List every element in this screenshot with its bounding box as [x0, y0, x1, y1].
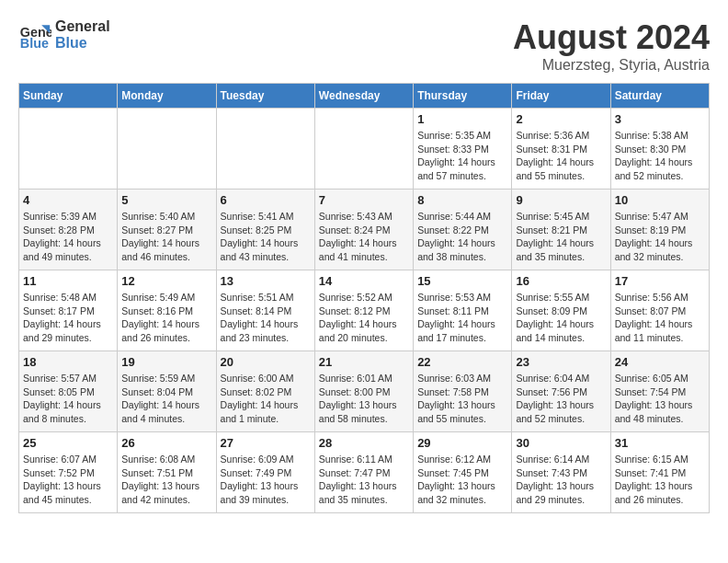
weekday-header-sunday: Sunday [19, 84, 118, 109]
calendar-cell [314, 109, 413, 190]
logo-line1: General [55, 18, 110, 35]
calendar-cell: 4Sunrise: 5:39 AM Sunset: 8:28 PM Daylig… [19, 190, 118, 270]
calendar-cell: 14Sunrise: 5:52 AM Sunset: 8:12 PM Dayli… [314, 270, 413, 351]
calendar-cell: 17Sunrise: 5:56 AM Sunset: 8:07 PM Dayli… [610, 270, 709, 351]
weekday-header-saturday: Saturday [610, 84, 709, 109]
day-info: Sunrise: 5:55 AM Sunset: 8:09 PM Dayligh… [516, 291, 606, 345]
calendar-cell: 12Sunrise: 5:49 AM Sunset: 8:16 PM Dayli… [118, 270, 216, 351]
day-number: 28 [319, 436, 409, 450]
calendar-week-3: 11Sunrise: 5:48 AM Sunset: 8:17 PM Dayli… [19, 270, 710, 351]
calendar-week-4: 18Sunrise: 5:57 AM Sunset: 8:05 PM Dayli… [19, 351, 710, 432]
calendar-week-2: 4Sunrise: 5:39 AM Sunset: 8:28 PM Daylig… [19, 190, 710, 270]
calendar-cell: 28Sunrise: 6:11 AM Sunset: 7:47 PM Dayli… [314, 432, 413, 513]
day-number: 17 [615, 274, 705, 288]
calendar-cell: 22Sunrise: 6:03 AM Sunset: 7:58 PM Dayli… [414, 351, 512, 432]
location-title: Muerzsteg, Styria, Austria [513, 57, 710, 74]
day-number: 6 [221, 193, 311, 207]
weekday-header-friday: Friday [512, 84, 610, 109]
logo: General Blue General Blue [18, 18, 110, 52]
day-info: Sunrise: 6:05 AM Sunset: 7:54 PM Dayligh… [615, 372, 705, 426]
day-number: 20 [221, 355, 311, 369]
calendar-cell: 11Sunrise: 5:48 AM Sunset: 8:17 PM Dayli… [19, 270, 118, 351]
day-info: Sunrise: 5:39 AM Sunset: 8:28 PM Dayligh… [23, 210, 113, 264]
day-number: 9 [516, 193, 606, 207]
calendar-cell: 8Sunrise: 5:44 AM Sunset: 8:22 PM Daylig… [414, 190, 512, 270]
day-number: 23 [516, 355, 606, 369]
title-block: August 2024 Muerzsteg, Styria, Austria [513, 18, 710, 74]
day-info: Sunrise: 5:43 AM Sunset: 8:24 PM Dayligh… [319, 210, 409, 264]
day-number: 4 [23, 193, 113, 207]
day-number: 19 [121, 355, 211, 369]
calendar-week-1: 1Sunrise: 5:35 AM Sunset: 8:33 PM Daylig… [19, 109, 710, 190]
day-number: 31 [615, 436, 705, 450]
day-number: 10 [615, 193, 705, 207]
day-number: 24 [615, 355, 705, 369]
day-number: 15 [417, 274, 507, 288]
day-number: 2 [516, 112, 606, 126]
calendar-cell: 24Sunrise: 6:05 AM Sunset: 7:54 PM Dayli… [610, 351, 709, 432]
day-info: Sunrise: 6:03 AM Sunset: 7:58 PM Dayligh… [417, 372, 507, 426]
day-info: Sunrise: 6:14 AM Sunset: 7:43 PM Dayligh… [516, 453, 606, 507]
day-info: Sunrise: 5:38 AM Sunset: 8:30 PM Dayligh… [615, 129, 705, 183]
day-number: 8 [417, 193, 507, 207]
day-info: Sunrise: 6:09 AM Sunset: 7:49 PM Dayligh… [221, 453, 311, 507]
calendar-cell: 2Sunrise: 5:36 AM Sunset: 8:31 PM Daylig… [512, 109, 610, 190]
calendar-cell: 10Sunrise: 5:47 AM Sunset: 8:19 PM Dayli… [610, 190, 709, 270]
calendar-cell: 7Sunrise: 5:43 AM Sunset: 8:24 PM Daylig… [314, 190, 413, 270]
day-number: 11 [23, 274, 113, 288]
day-number: 5 [121, 193, 211, 207]
day-info: Sunrise: 5:56 AM Sunset: 8:07 PM Dayligh… [615, 291, 705, 345]
calendar-cell: 27Sunrise: 6:09 AM Sunset: 7:49 PM Dayli… [216, 432, 314, 513]
weekday-header-monday: Monday [118, 84, 216, 109]
calendar-cell: 15Sunrise: 5:53 AM Sunset: 8:11 PM Dayli… [414, 270, 512, 351]
day-number: 26 [121, 436, 211, 450]
calendar-cell: 20Sunrise: 6:00 AM Sunset: 8:02 PM Dayli… [216, 351, 314, 432]
day-info: Sunrise: 5:47 AM Sunset: 8:19 PM Dayligh… [615, 210, 705, 264]
calendar-cell: 18Sunrise: 5:57 AM Sunset: 8:05 PM Dayli… [19, 351, 118, 432]
weekday-header-tuesday: Tuesday [216, 84, 314, 109]
day-info: Sunrise: 5:36 AM Sunset: 8:31 PM Dayligh… [516, 129, 606, 183]
day-info: Sunrise: 5:44 AM Sunset: 8:22 PM Dayligh… [417, 210, 507, 264]
month-title: August 2024 [513, 18, 710, 57]
day-number: 25 [23, 436, 113, 450]
calendar-cell: 30Sunrise: 6:14 AM Sunset: 7:43 PM Dayli… [512, 432, 610, 513]
calendar-cell: 31Sunrise: 6:15 AM Sunset: 7:41 PM Dayli… [610, 432, 709, 513]
calendar-cell: 16Sunrise: 5:55 AM Sunset: 8:09 PM Dayli… [512, 270, 610, 351]
calendar-cell: 29Sunrise: 6:12 AM Sunset: 7:45 PM Dayli… [414, 432, 512, 513]
day-info: Sunrise: 6:00 AM Sunset: 8:02 PM Dayligh… [221, 372, 311, 426]
calendar-cell [19, 109, 118, 190]
day-number: 27 [221, 436, 311, 450]
calendar-cell: 3Sunrise: 5:38 AM Sunset: 8:30 PM Daylig… [610, 109, 709, 190]
calendar-cell: 19Sunrise: 5:59 AM Sunset: 8:04 PM Dayli… [118, 351, 216, 432]
day-info: Sunrise: 5:45 AM Sunset: 8:21 PM Dayligh… [516, 210, 606, 264]
day-number: 30 [516, 436, 606, 450]
calendar-header-row: SundayMondayTuesdayWednesdayThursdayFrid… [19, 84, 710, 109]
day-info: Sunrise: 6:01 AM Sunset: 8:00 PM Dayligh… [319, 372, 409, 426]
day-info: Sunrise: 5:48 AM Sunset: 8:17 PM Dayligh… [23, 291, 113, 345]
day-info: Sunrise: 5:53 AM Sunset: 8:11 PM Dayligh… [417, 291, 507, 345]
day-number: 16 [516, 274, 606, 288]
day-number: 12 [121, 274, 211, 288]
calendar-cell [118, 109, 216, 190]
calendar-cell: 13Sunrise: 5:51 AM Sunset: 8:14 PM Dayli… [216, 270, 314, 351]
calendar-cell: 26Sunrise: 6:08 AM Sunset: 7:51 PM Dayli… [118, 432, 216, 513]
day-number: 7 [319, 193, 409, 207]
day-info: Sunrise: 6:12 AM Sunset: 7:45 PM Dayligh… [417, 453, 507, 507]
calendar-cell: 6Sunrise: 5:41 AM Sunset: 8:25 PM Daylig… [216, 190, 314, 270]
day-info: Sunrise: 6:04 AM Sunset: 7:56 PM Dayligh… [516, 372, 606, 426]
day-info: Sunrise: 6:08 AM Sunset: 7:51 PM Dayligh… [121, 453, 211, 507]
page-header: General Blue General Blue August 2024 Mu… [18, 18, 710, 74]
day-info: Sunrise: 5:35 AM Sunset: 8:33 PM Dayligh… [417, 129, 507, 183]
day-number: 29 [417, 436, 507, 450]
weekday-header-wednesday: Wednesday [314, 84, 413, 109]
calendar-cell: 5Sunrise: 5:40 AM Sunset: 8:27 PM Daylig… [118, 190, 216, 270]
day-info: Sunrise: 5:52 AM Sunset: 8:12 PM Dayligh… [319, 291, 409, 345]
day-number: 18 [23, 355, 113, 369]
calendar-week-5: 25Sunrise: 6:07 AM Sunset: 7:52 PM Dayli… [19, 432, 710, 513]
calendar-cell: 21Sunrise: 6:01 AM Sunset: 8:00 PM Dayli… [314, 351, 413, 432]
day-info: Sunrise: 5:57 AM Sunset: 8:05 PM Dayligh… [23, 372, 113, 426]
day-info: Sunrise: 6:11 AM Sunset: 7:47 PM Dayligh… [319, 453, 409, 507]
calendar-table: SundayMondayTuesdayWednesdayThursdayFrid… [18, 83, 710, 513]
logo-icon: General Blue [18, 18, 51, 52]
logo-line2: Blue [55, 35, 110, 52]
